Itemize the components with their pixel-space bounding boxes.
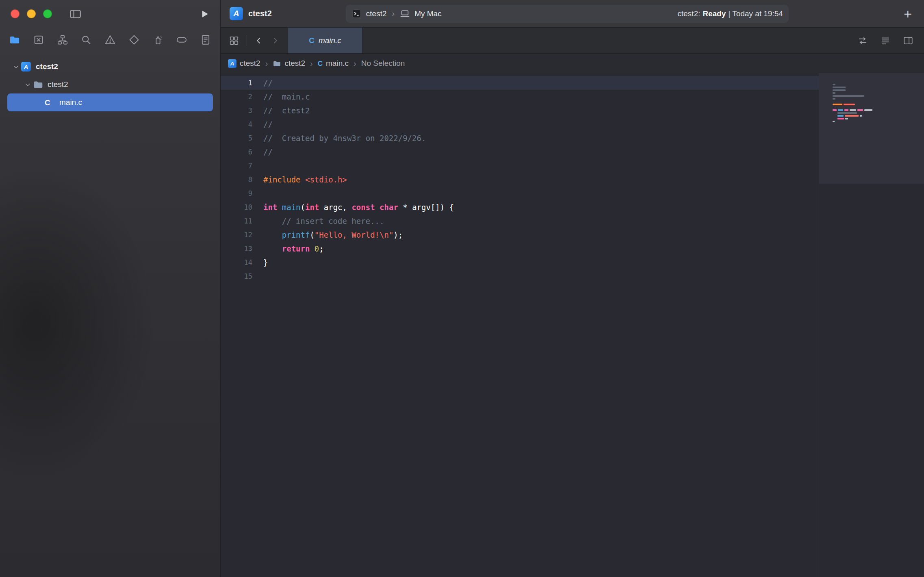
tree-item-ctest2[interactable]: Actest2 [7, 58, 213, 76]
line-number[interactable]: 10 [221, 200, 256, 214]
scheme-status-bar: ctest2 › My Mac ctest2: Ready | Today at… [346, 5, 789, 23]
disclosure-chevron-icon[interactable] [11, 63, 21, 70]
token: // insert code here... [282, 217, 384, 226]
project-navigator-icon[interactable] [9, 34, 20, 46]
tab-main-c[interactable]: C main.c [288, 28, 362, 53]
related-items-icon[interactable] [229, 35, 239, 46]
go-forward-icon[interactable] [271, 36, 280, 45]
code-text: // insert code here... [256, 214, 384, 228]
sidebar-toggle-icon[interactable] [69, 8, 82, 20]
token [263, 244, 282, 253]
minimap-row [833, 117, 917, 120]
token: main [282, 203, 301, 212]
code-text [256, 269, 263, 283]
line-number[interactable]: 11 [221, 214, 256, 228]
test-navigator-icon[interactable] [128, 34, 140, 46]
symbol-navigator-icon[interactable] [57, 34, 68, 46]
minimize-button[interactable] [27, 9, 36, 18]
code-line: 4// [221, 117, 819, 131]
code-line: 3// ctest2 [221, 104, 819, 117]
code-text: // ctest2 [256, 104, 310, 117]
line-number[interactable]: 12 [221, 228, 256, 242]
minimap-segment [837, 112, 857, 114]
tab-bar-right-controls [847, 28, 924, 53]
token [301, 175, 305, 184]
code-line: 9 [221, 187, 819, 200]
code-text: // [256, 76, 273, 90]
line-number[interactable]: 9 [221, 187, 256, 200]
report-navigator-icon[interactable] [200, 34, 211, 46]
editor-content: 1//2// main.c3// ctest24//5// Created by… [221, 73, 924, 577]
code-line: 13 return 0; [221, 242, 819, 256]
code-line: 2// main.c [221, 90, 819, 104]
line-number[interactable]: 1 [221, 76, 256, 90]
jump-bar: Actest2›ctest2›Cmain.c›No Selection [221, 54, 924, 73]
zoom-button[interactable] [43, 9, 52, 18]
go-back-icon[interactable] [254, 36, 263, 45]
minimap-segment [833, 115, 836, 117]
minimap-row [833, 83, 917, 86]
minimap[interactable] [819, 73, 924, 577]
editor-options-icon[interactable] [880, 35, 891, 46]
code-text: // [256, 145, 273, 159]
issue-navigator-icon[interactable] [104, 34, 116, 46]
run-button[interactable] [200, 9, 210, 19]
code-line: 10int main(int argc, const char * argv[]… [221, 200, 819, 214]
library-add-button[interactable]: + [900, 7, 915, 21]
code-line: 1// [221, 76, 819, 90]
source-editor[interactable]: 1//2// main.c3// ctest24//5// Created by… [221, 73, 819, 577]
find-navigator-icon[interactable] [80, 34, 92, 46]
source-control-navigator-icon[interactable] [33, 34, 44, 46]
minimap-segment [845, 118, 848, 119]
status-state: Ready [703, 9, 726, 18]
line-number[interactable]: 5 [221, 131, 256, 145]
main-area: A ctest2 ctest2 › My Mac ctest2: Ready |… [221, 0, 924, 577]
code-review-icon[interactable] [857, 35, 868, 46]
minimap-segment [833, 112, 836, 114]
xcode-window: Actest2ctest2Cmain.c A ctest2 ctest2 › M… [0, 0, 924, 577]
tab-bar: C main.c [221, 28, 924, 54]
line-number[interactable]: 15 [221, 269, 256, 283]
tree-item-ctest2[interactable]: ctest2 [7, 76, 213, 93]
scheme-selector[interactable]: ctest2 › My Mac [351, 9, 442, 19]
disclosure-chevron-icon[interactable] [22, 81, 33, 88]
token: 0 [315, 244, 319, 253]
jumpbar-item[interactable]: ctest2 [273, 59, 305, 68]
code-text: int main(int argc, const char * argv[]) … [256, 200, 454, 214]
breakpoint-navigator-icon[interactable] [176, 34, 187, 46]
line-number[interactable]: 7 [221, 159, 256, 173]
line-number[interactable]: 3 [221, 104, 256, 117]
minimap-segment [857, 109, 863, 111]
add-editor-icon[interactable] [903, 35, 913, 46]
token: ; [319, 244, 323, 253]
line-number[interactable]: 2 [221, 90, 256, 104]
jumpbar-item-label: No Selection [361, 59, 405, 68]
jumpbar-item[interactable]: Actest2 [228, 59, 260, 68]
token: // main.c [263, 92, 310, 101]
code-line: 5// Created by 4nsw3r on 2022/9/26. [221, 131, 819, 145]
minimap-row [833, 97, 917, 100]
scheme-separator: › [391, 9, 396, 18]
minimap-segment [845, 115, 859, 117]
minimap-segment [860, 115, 862, 117]
tree-item-main.c[interactable]: Cmain.c [7, 93, 213, 111]
jumpbar-item[interactable]: No Selection [361, 59, 405, 68]
line-number[interactable]: 4 [221, 117, 256, 131]
line-number[interactable]: 14 [221, 256, 256, 269]
line-number[interactable]: 13 [221, 242, 256, 256]
minimap-code-preview [833, 83, 917, 126]
token: // ctest2 [263, 106, 310, 115]
code-text: // main.c [256, 90, 310, 104]
c-file-icon: C [45, 99, 50, 106]
scheme-target-label[interactable]: ctest2 [366, 9, 387, 18]
line-number[interactable]: 6 [221, 145, 256, 159]
token: char [380, 203, 398, 212]
jumpbar-item[interactable]: Cmain.c [318, 59, 349, 68]
activity-status[interactable]: ctest2: Ready | Today at 19:54 [677, 9, 783, 18]
scheme-destination-label[interactable]: My Mac [414, 9, 442, 18]
line-number[interactable]: 8 [221, 173, 256, 187]
close-button[interactable] [11, 9, 20, 18]
token [263, 230, 282, 239]
debug-navigator-icon[interactable] [152, 34, 164, 46]
token: ); [393, 230, 403, 239]
